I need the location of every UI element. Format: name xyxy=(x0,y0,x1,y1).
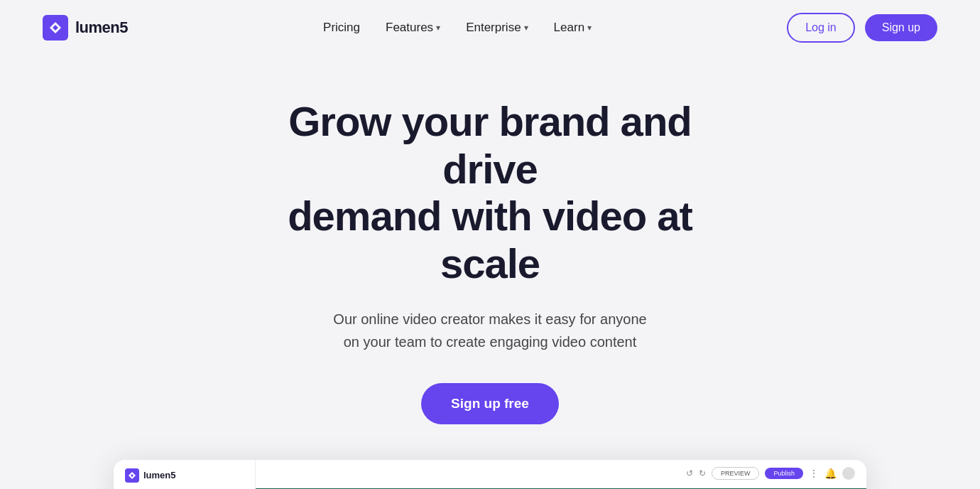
logo[interactable]: lumen5 xyxy=(43,15,128,41)
navbar: lumen5 Pricing Features ▾ Enterprise ▾ L… xyxy=(0,0,980,55)
preview-button[interactable]: PREVIEW xyxy=(712,467,760,480)
learn-chevron-icon: ▾ xyxy=(587,23,592,33)
signup-hero-button[interactable]: Sign up free xyxy=(421,383,559,424)
publish-button[interactable]: Publish xyxy=(765,468,803,479)
nav-links: Pricing Features ▾ Enterprise ▾ Learn ▾ xyxy=(323,21,592,35)
preview-main: ↺ ↻ PREVIEW Publish ⋮ 🔔 ⏱ 00:15 xyxy=(256,460,866,489)
hero-title: Grow your brand and drive demand with vi… xyxy=(241,98,739,288)
lumen5-logo-icon xyxy=(43,15,68,41)
nav-features[interactable]: Features ▾ xyxy=(386,21,440,35)
undo-icon[interactable]: ↺ xyxy=(686,468,693,478)
enterprise-chevron-icon: ▾ xyxy=(524,23,528,33)
nav-pricing[interactable]: Pricing xyxy=(323,21,360,35)
avatar[interactable] xyxy=(842,467,855,480)
hero-subtitle: Our online video creator makes it easy f… xyxy=(333,308,646,353)
hero-section: Grow your brand and drive demand with vi… xyxy=(0,55,980,489)
nav-enterprise[interactable]: Enterprise ▾ xyxy=(466,21,528,35)
preview-sidebar: lumen5 ☰ Story Library GIFs Uploads Rece… xyxy=(114,460,256,489)
app-preview-wrapper: lumen5 ☰ Story Library GIFs Uploads Rece… xyxy=(28,460,952,489)
signup-nav-button[interactable]: Sign up xyxy=(865,14,937,41)
preview-logo-text: lumen5 xyxy=(143,470,176,480)
more-options-icon[interactable]: ⋮ xyxy=(809,468,819,479)
login-button[interactable]: Log in xyxy=(787,13,855,43)
preview-logo: lumen5 xyxy=(114,468,255,489)
nav-learn[interactable]: Learn ▾ xyxy=(554,21,592,35)
app-preview: lumen5 ☰ Story Library GIFs Uploads Rece… xyxy=(114,460,866,489)
features-chevron-icon: ▾ xyxy=(436,23,440,33)
bell-icon[interactable]: 🔔 xyxy=(824,468,837,479)
preview-topbar: ↺ ↻ PREVIEW Publish ⋮ 🔔 xyxy=(256,460,866,488)
redo-icon[interactable]: ↻ xyxy=(699,468,706,478)
app-preview-inner: lumen5 ☰ Story Library GIFs Uploads Rece… xyxy=(114,460,866,489)
preview-logo-icon xyxy=(125,468,139,483)
logo-text: lumen5 xyxy=(75,18,128,37)
nav-actions: Log in Sign up xyxy=(787,13,937,43)
